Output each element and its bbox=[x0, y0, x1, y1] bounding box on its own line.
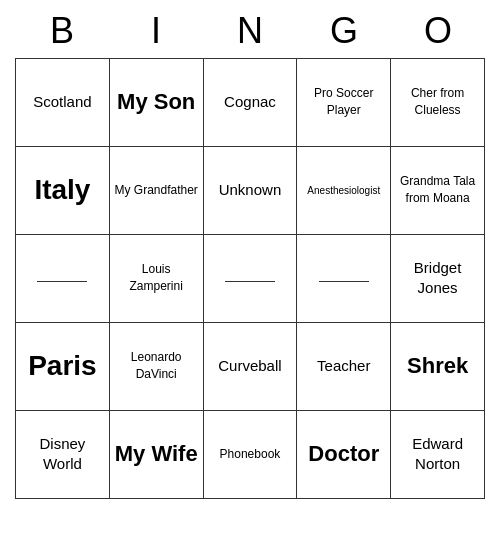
cell-1-1: My Grandfather bbox=[109, 146, 203, 234]
cell-2-0 bbox=[16, 234, 110, 322]
header-letter-b: B bbox=[19, 10, 105, 52]
grid-row-3: ParisLeonardo DaVinciCurveballTeacherShr… bbox=[16, 322, 485, 410]
header-letter-i: I bbox=[113, 10, 199, 52]
cell-4-3: Doctor bbox=[297, 410, 391, 498]
cell-2-4: Bridget Jones bbox=[391, 234, 485, 322]
cell-3-4: Shrek bbox=[391, 322, 485, 410]
cell-1-2: Unknown bbox=[203, 146, 297, 234]
grid-row-1: ItalyMy GrandfatherUnknownAnesthesiologi… bbox=[16, 146, 485, 234]
cell-0-4: Cher from Clueless bbox=[391, 58, 485, 146]
cell-4-0: Disney World bbox=[16, 410, 110, 498]
cell-3-3: Teacher bbox=[297, 322, 391, 410]
grid-row-0: ScotlandMy SonCognacPro Soccer PlayerChe… bbox=[16, 58, 485, 146]
cell-0-1: My Son bbox=[109, 58, 203, 146]
header-letter-g: G bbox=[301, 10, 387, 52]
cell-2-1: Louis Zamperini bbox=[109, 234, 203, 322]
bingo-grid: ScotlandMy SonCognacPro Soccer PlayerChe… bbox=[15, 58, 485, 499]
cell-0-0: Scotland bbox=[16, 58, 110, 146]
cell-1-0: Italy bbox=[16, 146, 110, 234]
cell-0-2: Cognac bbox=[203, 58, 297, 146]
cell-2-2 bbox=[203, 234, 297, 322]
cell-4-4: Edward Norton bbox=[391, 410, 485, 498]
bingo-header: BINGO bbox=[15, 0, 485, 58]
cell-2-3 bbox=[297, 234, 391, 322]
header-letter-n: N bbox=[207, 10, 293, 52]
grid-row-4: Disney WorldMy WifePhonebookDoctorEdward… bbox=[16, 410, 485, 498]
cell-4-1: My Wife bbox=[109, 410, 203, 498]
cell-0-3: Pro Soccer Player bbox=[297, 58, 391, 146]
cell-4-2: Phonebook bbox=[203, 410, 297, 498]
cell-1-4: Grandma Tala from Moana bbox=[391, 146, 485, 234]
header-letter-o: O bbox=[395, 10, 481, 52]
cell-3-0: Paris bbox=[16, 322, 110, 410]
cell-3-1: Leonardo DaVinci bbox=[109, 322, 203, 410]
grid-row-2: Louis ZamperiniBridget Jones bbox=[16, 234, 485, 322]
cell-1-3: Anesthesiologist bbox=[297, 146, 391, 234]
cell-3-2: Curveball bbox=[203, 322, 297, 410]
